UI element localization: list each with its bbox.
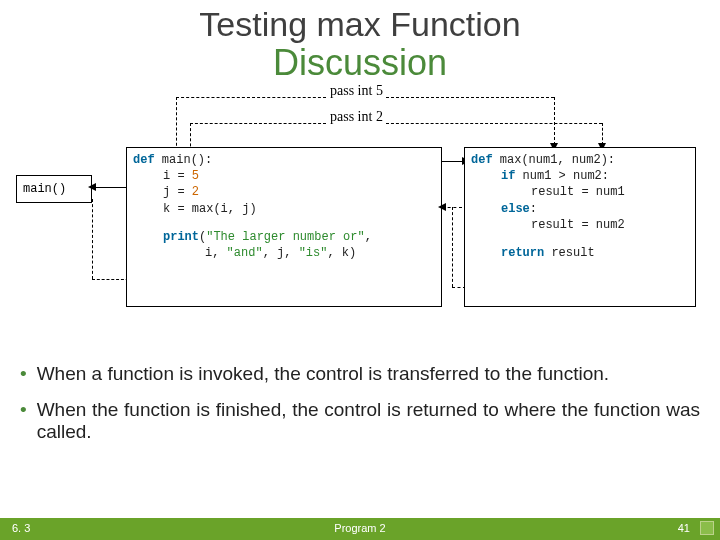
main-def-line: def main(): <box>133 152 435 168</box>
main-line-k: k = max(i, j) <box>133 201 435 217</box>
max-else-line: else: <box>471 201 689 217</box>
bullet-dot-icon: • <box>20 363 27 385</box>
main-print-line1: print("The larger number or", <box>133 229 435 245</box>
bullet-1: • When a function is invoked, the contro… <box>20 363 700 385</box>
max-function-box: def max(num1, num2): if num1 > num2: res… <box>464 147 696 307</box>
main-function-box: def main(): i = 5 j = 2 k = max(i, j) pr… <box>126 147 442 307</box>
footer-page-number: 41 <box>678 522 690 534</box>
bullet-1-text: When a function is invoked, the control … <box>37 363 609 385</box>
main-line-i: i = 5 <box>133 168 435 184</box>
label-pass-2: pass int 2 <box>330 109 383 125</box>
bullet-list: • When a function is invoked, the contro… <box>20 363 700 443</box>
max-result2: result = num2 <box>471 217 689 233</box>
main-print-line2: i, "and", j, "is", k) <box>133 245 435 261</box>
footer-menu-icon[interactable] <box>700 521 714 535</box>
footer-bar: 6. 3 Program 2 41 <box>0 518 720 540</box>
bullet-2: • When the function is finished, the con… <box>20 399 700 443</box>
main-call-text: main() <box>23 182 66 196</box>
bullet-2-text: When the function is finished, the contr… <box>37 399 700 443</box>
max-def-line: def max(num1, num2): <box>471 152 689 168</box>
footer-program: Program 2 <box>334 522 385 534</box>
slide-title: Testing max Function Discussion <box>0 0 720 83</box>
max-if-line: if num1 > num2: <box>471 168 689 184</box>
label-pass-5: pass int 5 <box>330 83 383 99</box>
title-line-1: Testing max Function <box>0 6 720 43</box>
main-call-box: main() <box>16 175 92 203</box>
max-return-line: return result <box>471 245 689 261</box>
main-line-j: j = 2 <box>133 184 435 200</box>
max-result1: result = num1 <box>471 184 689 200</box>
bullet-dot-icon: • <box>20 399 27 443</box>
footer-section: 6. 3 <box>12 522 30 534</box>
title-line-2: Discussion <box>0 43 720 83</box>
diagram-area: pass int 5 pass int 2 main() def main():… <box>14 89 706 349</box>
